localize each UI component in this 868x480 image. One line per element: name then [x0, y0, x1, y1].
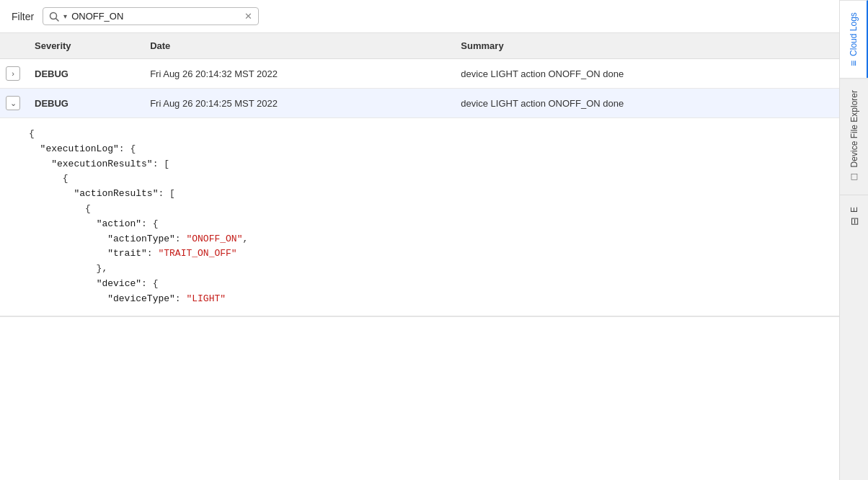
cloud-logs-label: Cloud Logs [848, 12, 858, 56]
row1-severity: DEBUG [26, 59, 141, 89]
col-summary: Summary [452, 33, 839, 59]
row1-expand-cell[interactable]: › [0, 59, 26, 89]
filter-label: Filter [12, 11, 34, 22]
svg-line-1 [56, 18, 59, 21]
table-header-row: Severity Date Summary [0, 33, 839, 59]
filter-input[interactable] [71, 11, 240, 22]
search-icon [49, 12, 59, 22]
filter-bar: Filter ▾ ✕ [0, 0, 839, 33]
col-severity: Severity [26, 33, 141, 59]
json-detail: { "executionLog": { "executionResults": … [0, 118, 839, 316]
detail-row: { "executionLog": { "executionResults": … [0, 118, 839, 317]
device-file-explorer-label: Device File Explorer [849, 90, 859, 167]
sidebar-tab-cloud-logs[interactable]: ≡ Cloud Logs [840, 0, 869, 78]
row2-severity: DEBUG [26, 89, 141, 118]
row1-expand-button[interactable]: › [6, 66, 20, 81]
row2-summary: device LIGHT action ONOFF_ON done [452, 89, 839, 118]
col-expand [0, 33, 26, 59]
table-row: ⌄ DEBUG Fri Aug 26 20:14:25 MST 2022 dev… [0, 89, 839, 118]
table-row: › DEBUG Fri Aug 26 20:14:32 MST 2022 dev… [0, 59, 839, 89]
row2-date: Fri Aug 26 20:14:25 MST 2022 [141, 89, 452, 118]
cloud-logs-icon: ≡ [847, 61, 859, 66]
sidebar-tab-device-file-explorer[interactable]: □ Device File Explorer [840, 78, 869, 195]
right-sidebar: ≡ Cloud Logs □ Device File Explorer ⊟ E [839, 0, 868, 480]
sidebar-tab-edge[interactable]: ⊟ E [840, 195, 869, 237]
row2-expand-button[interactable]: ⌄ [6, 96, 20, 110]
edge-icon: ⊟ [849, 217, 860, 226]
row2-expand-cell[interactable]: ⌄ [0, 89, 26, 118]
log-table: Severity Date Summary › DEBUG Fri Aug 26… [0, 33, 839, 317]
row1-summary: device LIGHT action ONOFF_ON done [452, 59, 839, 89]
filter-clear-icon[interactable]: ✕ [244, 11, 252, 22]
edge-label: E [849, 207, 859, 213]
col-date: Date [141, 33, 452, 59]
filter-dropdown-icon[interactable]: ▾ [63, 12, 67, 20]
device-file-explorer-icon: □ [849, 172, 860, 183]
detail-cell: { "executionLog": { "executionResults": … [0, 118, 839, 317]
main-panel: Filter ▾ ✕ Severity Date Summary [0, 0, 839, 480]
row1-date: Fri Aug 26 20:14:32 MST 2022 [141, 59, 452, 89]
filter-input-wrapper: ▾ ✕ [43, 7, 259, 25]
log-table-wrapper: Severity Date Summary › DEBUG Fri Aug 26… [0, 33, 839, 480]
